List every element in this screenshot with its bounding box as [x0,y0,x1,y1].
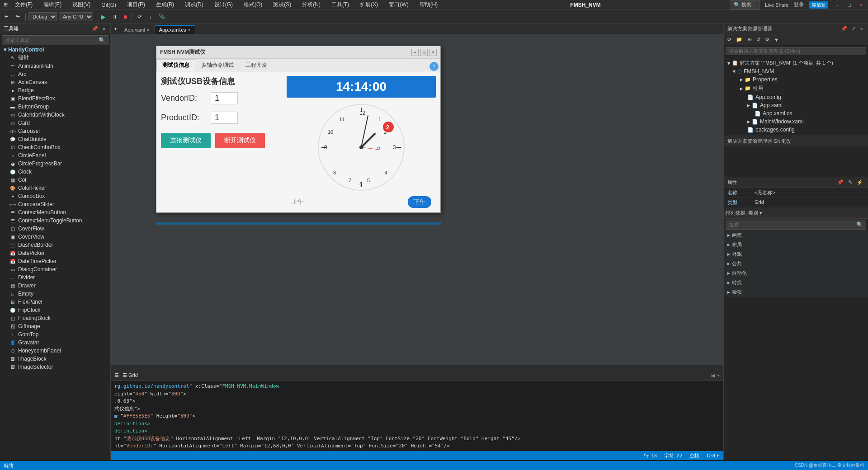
list-item-calendarwithclock[interactable]: ▭ CalendarWithClock [0,111,110,119]
debug-config-select[interactable]: Debug [28,12,57,21]
maximize-btn[interactable]: □ [846,2,853,8]
list-item-imageblock[interactable]: 🖼 ImageBlock [0,355,110,363]
expand-btn[interactable]: + [717,372,720,378]
se-search-box[interactable] [726,47,866,55]
toolbox-search-box[interactable]: 🔍 [2,35,108,45]
app-close-btn[interactable]: × [429,49,437,56]
list-item-arc[interactable]: ◡ Arc [0,70,110,78]
se-pin-btn[interactable]: 📌 [840,25,849,32]
toolbox-close-btn[interactable]: × [101,25,107,32]
se-search-input[interactable] [729,48,863,54]
toolbar-attach-btn[interactable]: 📎 [156,13,168,20]
list-item-compareslider[interactable]: ⟺ CompareSlider [0,200,110,208]
pm-btn[interactable]: 下午 [408,196,431,208]
am-btn[interactable]: 上午 [291,198,304,206]
list-item-dashedborder[interactable]: ⬚ DashedBorder [0,241,110,249]
props-section-misc[interactable]: ▸ 杂项 [724,287,868,297]
se-show-all-btn[interactable]: 👁 [745,37,754,43]
list-item-circlepanel[interactable]: ○ CirclePanel [0,151,110,160]
app-window-resize-bottom[interactable] [156,222,441,225]
list-item-circleprogressbar[interactable]: ◕ CircleProgressBar [0,160,110,168]
se-item-references[interactable]: ▸ 📁 引用 [724,84,868,93]
se-expand-btn[interactable]: ⤢ [850,25,857,32]
code-content[interactable]: rg.github.io/handycontrol" x:Class="FMSH… [111,381,723,451]
list-item-gototop[interactable]: ↑ GotoTop [0,330,110,338]
menu-project[interactable]: 项目(P) [123,0,149,9]
list-item-checkcombobox[interactable]: ☑ CheckComboBox [0,143,110,151]
minimize-btn[interactable]: − [834,2,840,8]
list-item-empty[interactable]: □ Empty [0,290,110,298]
tab-app-xaml[interactable]: App.xaml × [120,26,155,34]
menu-analyze[interactable]: 分析(N) [298,0,324,9]
se-solution-root[interactable]: ▾ 📋 解决方案 'FMSH_NVM' (1 个项目, 共 1 个) [724,59,868,67]
list-item-clock[interactable]: 🕐 Clock [0,168,110,176]
props-section-brush[interactable]: ▸ 画笔 [724,230,868,240]
run-btn[interactable]: ▶ [99,12,108,21]
split-view-btn[interactable]: ⊟ [711,372,715,378]
menu-build[interactable]: 生成(B) [152,0,178,9]
props-section-automation[interactable]: ▸ 自动化 [724,268,868,278]
list-item-datepicker[interactable]: 📅 DatePicker [0,249,110,257]
list-item-datetimepicker[interactable]: 📅 DateTimePicker [0,257,110,265]
login-btn[interactable]: 登录 [794,1,804,8]
list-item-buttongroup[interactable]: ▬ ButtonGroup [0,103,110,111]
list-item-contextmenutogglebutton[interactable]: ☰ ContextMenuToggleButton [0,216,110,225]
se-item-mainwindow[interactable]: ▸ 📄 MainWindow.xaml [724,118,868,126]
toolbox-pin-btn[interactable]: 📌 [90,25,99,32]
se-refresh-btn[interactable]: ↺ [755,36,762,43]
se-close-btn[interactable]: × [859,25,864,32]
menu-edit[interactable]: 编辑(E) [40,0,65,9]
list-item-gifimage[interactable]: 🖼 GifImage [0,322,110,330]
app-tab-engineering[interactable]: 工程开发 [240,59,273,71]
list-item-pointer[interactable]: ↖ 指针 [0,53,110,62]
list-item-badge[interactable]: ● Badge [0,86,110,94]
app-tab-info[interactable]: 测试仪信息 [156,59,195,71]
menu-git[interactable]: Git(G) [98,1,120,9]
live-share-btn[interactable]: Live Share [765,2,789,8]
list-item-coverflow[interactable]: ◫ CoverFlow [0,225,110,233]
se-item-packagesconfig[interactable]: 📄 packages.config [724,126,868,134]
menu-debug[interactable]: 调试(D) [181,0,207,9]
se-settings-btn[interactable]: ⚙ [763,36,771,43]
list-item-blendeffectbox[interactable]: ▣ BlendEffectBox [0,94,110,103]
list-item-drawer[interactable]: ▤ Drawer [0,282,110,290]
app-minimize-btn[interactable]: − [411,49,419,56]
props-lightning-btn[interactable]: ⚡ [855,179,864,186]
app-tab-multiaxis[interactable]: 多轴命令调试 [195,59,240,71]
register-btn[interactable]: 微信登 [809,1,828,9]
tab-close-app-xaml-cs[interactable]: × [188,28,191,33]
toolbar-more-btn[interactable]: ⟳ [135,13,144,20]
list-item-flexpanel[interactable]: ⊞ FlexPanel [0,298,110,306]
list-item-card[interactable]: ▭ Card [0,119,110,127]
list-item-colorpicker[interactable]: 🎨 ColorPicker [0,184,110,192]
props-section-layout[interactable]: ▸ 布局 [724,240,868,249]
list-item-carousel[interactable]: ◁▷ Carousel [0,127,110,135]
pause-btn[interactable]: ⏸ [109,13,120,20]
app-maximize-btn[interactable]: □ [420,49,428,56]
props-section-appearance[interactable]: ▸ 外观 [724,249,868,259]
props-section-transform[interactable]: ▸ 转换 [724,278,868,287]
preview-scrollbar-h[interactable] [111,364,723,370]
props-pin-btn[interactable]: 📌 [836,179,845,186]
list-item-flipclock[interactable]: 🕐 FlipClock [0,306,110,314]
se-new-folder-btn[interactable]: 📁 [734,36,744,43]
menu-format[interactable]: 格式(O) [240,0,266,9]
props-edit-btn[interactable]: ✎ [847,179,854,186]
menu-help[interactable]: 帮助(H) [416,0,442,9]
redo-btn[interactable]: ↪ [13,13,23,20]
list-item-combobox[interactable]: ▾ ComboBox [0,192,110,200]
toolbox-search-input[interactable] [5,38,99,43]
connect-btn[interactable]: 连接测试仪 [161,133,211,148]
search-box[interactable]: 🔍 搜索... [730,0,760,9]
list-item-animationpath[interactable]: 〜 AnimationPath [0,62,110,70]
list-item-divider[interactable]: — Divider [0,273,110,282]
se-item-appxaml[interactable]: ▸ 📄 App.xaml [724,101,868,109]
se-item-properties[interactable]: ▸ 📁 Properties [724,75,868,84]
list-item-col[interactable]: ▦ Col [0,176,110,184]
menu-tools[interactable]: 工具(T) [328,0,353,9]
se-sync-btn[interactable]: ⟳ [726,36,733,43]
menu-window[interactable]: 窗口(W) [385,0,412,9]
tab-app-xaml-cs[interactable]: App.xaml.cs × [155,25,196,34]
grid-toggle-btn[interactable]: ☰ [114,372,119,378]
props-search-box[interactable]: 🔍 [726,220,866,230]
